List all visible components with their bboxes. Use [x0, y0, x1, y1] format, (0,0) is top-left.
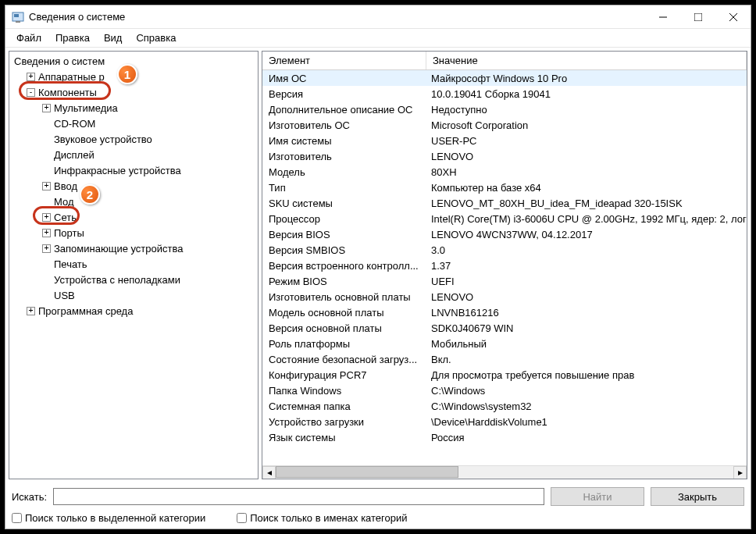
menubar: Файл Правка Вид Справка	[5, 29, 751, 48]
svg-rect-4	[694, 13, 702, 21]
cell-element: Имя системы	[262, 135, 426, 147]
tree-sound[interactable]: Звуковое устройство	[12, 131, 255, 147]
tree-multimedia[interactable]: +Мультимедиа	[12, 100, 255, 116]
table-row[interactable]: Изготовитель основной платыLENOVO	[262, 289, 747, 304]
cell-element: Состояние безопасной загруз...	[262, 354, 426, 365]
cell-element: Имя ОС	[262, 73, 426, 84]
tree-usb[interactable]: USB	[12, 287, 255, 303]
cell-value: SDK0J40679 WIN	[426, 322, 747, 334]
menu-file[interactable]: Файл	[10, 30, 48, 45]
table-row[interactable]: Версия встроенного контролл...1.37	[262, 258, 747, 273]
expand-icon[interactable]: +	[27, 73, 35, 81]
table-row[interactable]: Модель основной платыLNVNB161216	[262, 304, 747, 320]
app-icon	[12, 11, 24, 23]
expand-icon[interactable]: +	[42, 244, 51, 253]
tree-mod[interactable]: Мод	[12, 194, 255, 209]
table-row[interactable]: ПроцессорIntel(R) Core(TM) i3-6006U CPU …	[262, 211, 747, 226]
tree-software-env[interactable]: +Программная среда	[12, 303, 255, 319]
table-row[interactable]: Устройство загрузки\Device\HarddiskVolum…	[262, 414, 747, 429]
cell-value: Intel(R) Core(TM) i3-6006U CPU @ 2.00GHz…	[426, 213, 747, 225]
table-row[interactable]: Версия SMBIOS3.0	[262, 242, 747, 258]
cell-value: LENOVO	[426, 291, 747, 303]
cell-element: Версия основной платы	[262, 322, 426, 334]
table-row[interactable]: Роль платформыМобильный	[262, 336, 747, 351]
table-row[interactable]: Состояние безопасной загруз...Вкл.	[262, 351, 747, 367]
cell-value: USER-PC	[426, 135, 747, 147]
table-row[interactable]: Системная папкаC:\Windows\system32	[262, 398, 747, 414]
table-row[interactable]: Изготовитель ОСMicrosoft Corporation	[262, 117, 747, 133]
expand-icon[interactable]: +	[27, 307, 35, 315]
expand-icon[interactable]: +	[42, 213, 51, 222]
cell-value: 10.0.19041 Сборка 19041	[426, 88, 747, 100]
scroll-track[interactable]	[276, 466, 733, 479]
cell-element: Версия	[262, 88, 426, 100]
menu-help[interactable]: Справка	[130, 30, 182, 45]
table-row[interactable]: Папка WindowsC:\Windows	[262, 383, 747, 398]
cell-element: Версия встроенного контролл...	[262, 260, 426, 272]
table-row[interactable]: ТипКомпьютер на базе x64	[262, 180, 747, 195]
minimize-button[interactable]	[645, 5, 680, 28]
cell-element: Дополнительное описание ОС	[262, 104, 426, 116]
cell-value: Компьютер на базе x64	[426, 182, 747, 194]
expand-icon[interactable]: +	[42, 229, 51, 237]
tree-root[interactable]: Сведения о систем	[12, 53, 255, 69]
tree-components[interactable]: -Компоненты	[12, 84, 255, 100]
table-row[interactable]: SKU системыLENOVO_MT_80XH_BU_idea_FM_ide…	[262, 195, 747, 211]
collapse-icon[interactable]: -	[27, 88, 35, 97]
tree-cdrom[interactable]: CD-ROM	[12, 116, 255, 131]
cell-element: Устройство загрузки	[262, 416, 426, 428]
scroll-thumb[interactable]	[276, 466, 458, 478]
table-row[interactable]: Версия BIOSLENOVO 4WCN37WW, 04.12.2017	[262, 226, 747, 242]
tree-problem-devices[interactable]: Устройства с неполадками	[12, 272, 255, 287]
close-button[interactable]	[715, 5, 751, 28]
cell-element: Процессор	[262, 213, 426, 225]
search-input[interactable]	[53, 488, 544, 505]
table-row[interactable]: Версия10.0.19041 Сборка 19041	[262, 86, 747, 101]
check-only-names[interactable]	[237, 513, 247, 523]
tree-infrared[interactable]: Инфракрасные устройства	[12, 162, 255, 178]
column-element[interactable]: Элемент	[262, 52, 426, 69]
table-row[interactable]: Язык системыРоссия	[262, 429, 747, 445]
tree-input[interactable]: +Ввод	[12, 178, 255, 194]
menu-view[interactable]: Вид	[98, 30, 129, 45]
maximize-button[interactable]	[680, 5, 715, 28]
table-row[interactable]: Имя ОСМайкрософт Windows 10 Pro	[262, 70, 747, 86]
content-area: Сведения о систем +Аппаратные р -Компоне…	[5, 48, 751, 479]
column-value[interactable]: Значение	[426, 52, 747, 69]
tree-display[interactable]: Дисплей	[12, 147, 255, 162]
details-header: Элемент Значение	[262, 52, 747, 70]
check-only-selected-label[interactable]: Поиск только в выделенной категории	[12, 512, 205, 524]
cell-value: LENOVO 4WCN37WW, 04.12.2017	[426, 229, 747, 240]
cell-value: 1.37	[426, 260, 747, 272]
close-search-button[interactable]: Закрыть	[651, 487, 744, 506]
table-row[interactable]: Дополнительное описание ОСНедоступно	[262, 101, 747, 117]
find-button[interactable]: Найти	[551, 487, 644, 506]
check-only-selected[interactable]	[12, 513, 22, 523]
table-row[interactable]: Конфигурация PCR7Для просмотра требуется…	[262, 367, 747, 383]
horizontal-scrollbar[interactable]: ◂ ▸	[262, 465, 747, 479]
table-row[interactable]: ИзготовительLENOVO	[262, 148, 747, 164]
table-row[interactable]: Режим BIOSUEFI	[262, 273, 747, 289]
table-row[interactable]: Имя системыUSER-PC	[262, 133, 747, 148]
tree-storage[interactable]: +Запоминающие устройства	[12, 240, 255, 256]
expand-icon[interactable]: +	[42, 104, 51, 112]
tree-ports[interactable]: +Порты	[12, 225, 255, 240]
cell-element: Модель	[262, 166, 426, 178]
scroll-right-icon[interactable]: ▸	[733, 466, 747, 479]
cell-value: LENOVO_MT_80XH_BU_idea_FM_ideapad 320-15…	[426, 198, 747, 209]
menu-edit[interactable]: Правка	[49, 30, 96, 45]
table-row[interactable]: Версия основной платыSDK0J40679 WIN	[262, 320, 747, 336]
tree-network[interactable]: +Сеть	[12, 209, 255, 225]
table-row[interactable]: Модель80XH	[262, 164, 747, 180]
cell-value: \Device\HarddiskVolume1	[426, 416, 747, 428]
svg-rect-2	[16, 21, 20, 23]
window-title: Сведения о системе	[29, 11, 645, 23]
tree-print[interactable]: Печать	[12, 256, 255, 272]
expand-icon[interactable]: +	[42, 182, 51, 190]
check-only-names-label[interactable]: Поиск только в именах категорий	[237, 512, 407, 524]
cell-element: Тип	[262, 182, 426, 194]
app-window: Сведения о системе Файл Правка Вид Справ…	[5, 5, 751, 529]
scroll-left-icon[interactable]: ◂	[262, 466, 276, 479]
tree-hardware[interactable]: +Аппаратные р	[12, 69, 255, 84]
cell-value: LNVNB161216	[426, 307, 747, 319]
